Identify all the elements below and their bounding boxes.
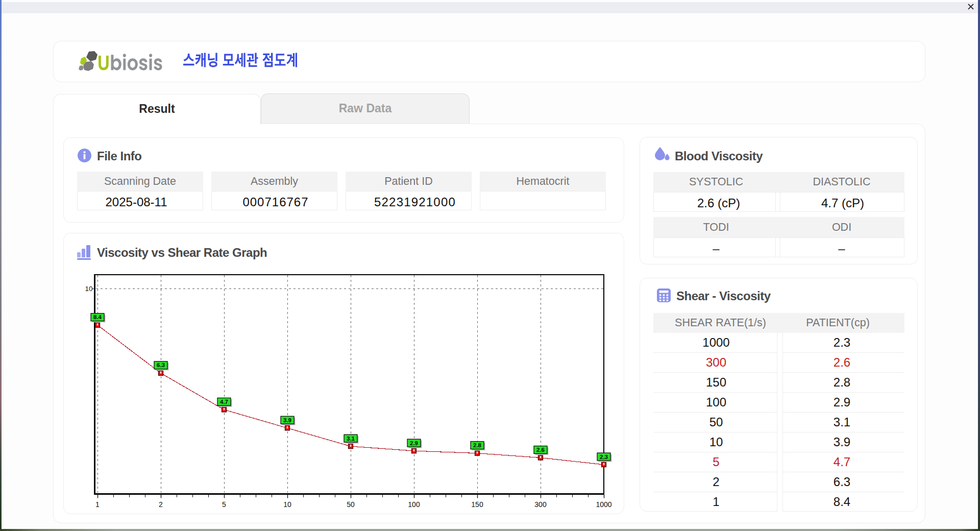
svg-text:4.7: 4.7: [220, 399, 228, 405]
svg-text:5: 5: [222, 500, 226, 509]
svg-text:3.1: 3.1: [347, 436, 355, 442]
svg-text:300: 300: [534, 500, 547, 509]
svg-text:3.9: 3.9: [283, 417, 291, 423]
svg-text:6.3: 6.3: [157, 362, 165, 368]
svg-text:2.9: 2.9: [410, 440, 418, 446]
svg-text:2.6: 2.6: [536, 447, 545, 453]
svg-text:100: 100: [408, 500, 420, 509]
svg-text:10: 10: [85, 285, 92, 293]
svg-text:2.3: 2.3: [600, 454, 608, 460]
svg-text:10: 10: [283, 500, 291, 509]
svg-text:8.4: 8.4: [93, 314, 102, 320]
svg-text:2.8: 2.8: [473, 442, 482, 448]
svg-text:2: 2: [159, 500, 163, 509]
svg-text:150: 150: [471, 500, 483, 509]
svg-text:1000: 1000: [596, 500, 611, 509]
svg-text:50: 50: [347, 500, 355, 509]
svg-text:1: 1: [95, 500, 100, 509]
